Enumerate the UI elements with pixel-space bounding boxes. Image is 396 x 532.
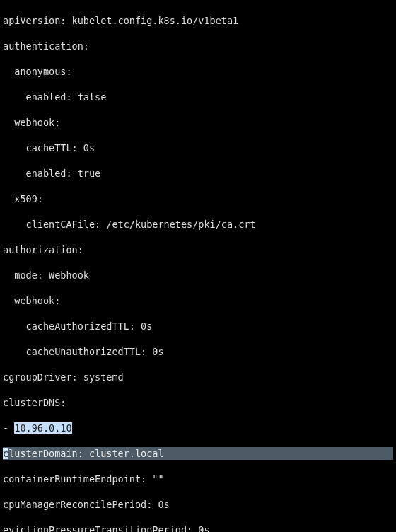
highlight-rest: lusterDomain: cluster.local <box>8 448 163 459</box>
yaml-line: evictionPressureTransitionPeriod: 0s <box>3 524 393 532</box>
yaml-line: clientCAFile: /etc/kubernetes/pki/ca.crt <box>3 218 393 231</box>
yaml-line: webhook: <box>3 294 393 307</box>
yaml-line: anonymous: <box>3 65 393 78</box>
yaml-line: enabled: false <box>3 91 393 103</box>
terminal-output[interactable]: apiVersion: kubelet.config.k8s.io/v1beta… <box>0 0 396 532</box>
yaml-line-selected: - 10.96.0.10 <box>3 422 393 434</box>
yaml-dash: - <box>3 422 14 434</box>
yaml-line: apiVersion: kubelet.config.k8s.io/v1beta… <box>3 14 393 27</box>
yaml-line: enabled: true <box>3 167 393 180</box>
yaml-line: cacheAuthorizedTTL: 0s <box>3 320 393 332</box>
cursor: c <box>3 448 8 459</box>
yaml-line: mode: Webhook <box>3 269 393 282</box>
yaml-line: cgroupDriver: systemd <box>3 371 393 383</box>
yaml-line: authentication: <box>3 40 393 52</box>
yaml-line: containerRuntimeEndpoint: "" <box>3 473 393 485</box>
yaml-line: clusterDNS: <box>3 396 393 409</box>
yaml-line: cpuManagerReconcilePeriod: 0s <box>3 498 393 511</box>
selected-text: 10.96.0.10 <box>14 422 71 434</box>
yaml-line: cacheUnauthorizedTTL: 0s <box>3 345 393 358</box>
yaml-line: webhook: <box>3 116 393 129</box>
yaml-line-highlight: clusterDomain: cluster.local <box>3 447 393 460</box>
yaml-line: x509: <box>3 192 393 205</box>
yaml-line: cacheTTL: 0s <box>3 141 393 154</box>
yaml-line: authorization: <box>3 243 393 256</box>
